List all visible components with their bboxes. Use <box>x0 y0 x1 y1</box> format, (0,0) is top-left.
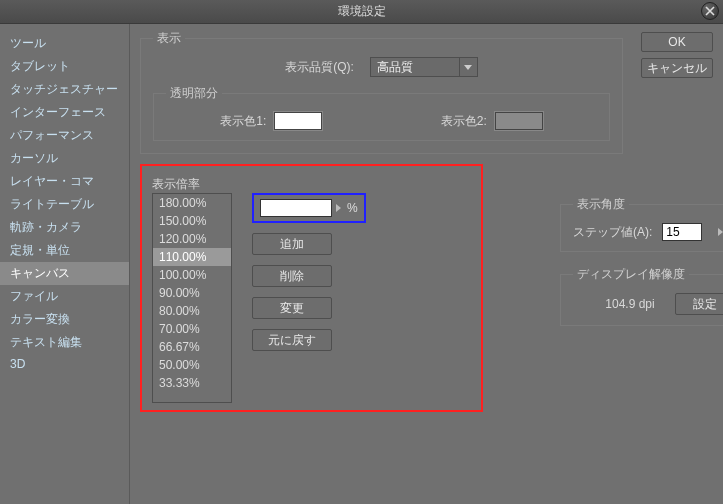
sidebar-item-3[interactable]: インターフェース <box>0 101 129 124</box>
zoom-list-item[interactable]: 180.00% <box>153 194 231 212</box>
dpi-value: 104.9 dpi <box>605 297 654 311</box>
zoom-list-item[interactable]: 150.00% <box>153 212 231 230</box>
settings-panel: OK キャンセル 表示 表示品質(Q): 高品質 透明部分 表示色1: <box>130 24 723 504</box>
spinner-icon[interactable] <box>336 204 341 212</box>
sidebar-item-11[interactable]: ファイル <box>0 285 129 308</box>
zoom-list-item[interactable]: 50.00% <box>153 356 231 374</box>
quality-dropdown-button[interactable] <box>460 57 478 77</box>
transparency-group: 透明部分 表示色1: 表示色2: <box>153 85 610 141</box>
zoom-value-input[interactable] <box>260 199 332 217</box>
close-icon <box>705 6 715 16</box>
color1-swatch[interactable] <box>274 112 322 130</box>
zoom-unit: % <box>347 201 358 215</box>
angle-step-input[interactable] <box>662 223 702 241</box>
zoom-legend: 表示倍率 <box>152 177 200 191</box>
sidebar-item-9[interactable]: 定規・単位 <box>0 239 129 262</box>
zoom-list-item[interactable]: 120.00% <box>153 230 231 248</box>
sidebar-item-4[interactable]: パフォーマンス <box>0 124 129 147</box>
sidebar-item-6[interactable]: レイヤー・コマ <box>0 170 129 193</box>
zoom-delete-button[interactable]: 削除 <box>252 265 332 287</box>
ok-button[interactable]: OK <box>641 32 713 52</box>
sidebar-item-13[interactable]: テキスト編集 <box>0 331 129 354</box>
quality-label: 表示品質(Q): <box>285 59 354 76</box>
angle-group: 表示角度 ステップ値(A): ° <box>560 196 723 252</box>
color1-label: 表示色1: <box>220 113 266 130</box>
close-button[interactable] <box>701 2 719 20</box>
sidebar-item-5[interactable]: カーソル <box>0 147 129 170</box>
zoom-list-item[interactable]: 110.00% <box>153 248 231 266</box>
sidebar-item-1[interactable]: タブレット <box>0 55 129 78</box>
quality-combo[interactable]: 高品質 <box>370 57 478 77</box>
color2-label: 表示色2: <box>441 113 487 130</box>
zoom-reset-button[interactable]: 元に戻す <box>252 329 332 351</box>
angle-legend: 表示角度 <box>573 196 629 213</box>
category-sidebar: ツールタブレットタッチジェスチャーインターフェースパフォーマンスカーソルレイヤー… <box>0 24 130 504</box>
cancel-button[interactable]: キャンセル <box>641 58 713 78</box>
zoom-list-item[interactable]: 33.33% <box>153 374 231 392</box>
sidebar-item-14[interactable]: 3D <box>0 354 129 374</box>
dpi-group: ディスプレイ解像度 104.9 dpi 設定 <box>560 266 723 326</box>
dpi-settings-button[interactable]: 設定 <box>675 293 723 315</box>
window-title: 環境設定 <box>338 3 386 20</box>
zoom-list-item[interactable]: 100.00% <box>153 266 231 284</box>
zoom-list-item[interactable]: 70.00% <box>153 320 231 338</box>
angle-step-label: ステップ値(A): <box>573 224 652 241</box>
zoom-add-button[interactable]: 追加 <box>252 233 332 255</box>
sidebar-item-0[interactable]: ツール <box>0 32 129 55</box>
sidebar-item-2[interactable]: タッチジェスチャー <box>0 78 129 101</box>
sidebar-item-10[interactable]: キャンバス <box>0 262 129 285</box>
angle-spinner-icon[interactable] <box>718 228 723 236</box>
zoom-group-highlight: 表示倍率 180.00%150.00%120.00%110.00%100.00%… <box>140 164 483 412</box>
zoom-list-item[interactable]: 80.00% <box>153 302 231 320</box>
sidebar-item-7[interactable]: ライトテーブル <box>0 193 129 216</box>
zoom-listbox[interactable]: 180.00%150.00%120.00%110.00%100.00%90.00… <box>152 193 232 403</box>
dpi-legend: ディスプレイ解像度 <box>573 266 689 283</box>
sidebar-item-12[interactable]: カラー変換 <box>0 308 129 331</box>
zoom-list-item[interactable]: 66.67% <box>153 338 231 356</box>
display-legend: 表示 <box>153 30 185 47</box>
color2-swatch[interactable] <box>495 112 543 130</box>
zoom-input-highlight: % <box>252 193 366 223</box>
display-group: 表示 表示品質(Q): 高品質 透明部分 表示色1: 表示色2: <box>140 30 623 154</box>
transparency-legend: 透明部分 <box>166 85 222 102</box>
zoom-list-item[interactable]: 90.00% <box>153 284 231 302</box>
sidebar-item-8[interactable]: 軌跡・カメラ <box>0 216 129 239</box>
quality-value: 高品質 <box>370 57 460 77</box>
title-bar: 環境設定 <box>0 0 723 24</box>
chevron-down-icon <box>464 65 472 70</box>
zoom-change-button[interactable]: 変更 <box>252 297 332 319</box>
